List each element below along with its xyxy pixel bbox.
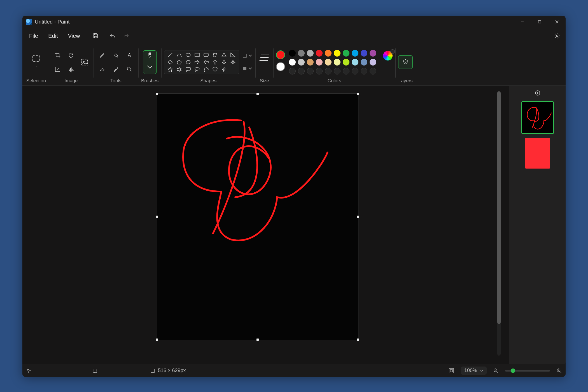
selection-tool[interactable]	[29, 51, 43, 73]
eraser-tool[interactable]	[96, 63, 109, 75]
color-swatch[interactable]	[361, 68, 367, 74]
color-swatch[interactable]	[352, 68, 358, 74]
color-swatch[interactable]	[325, 50, 332, 57]
color-swatch[interactable]	[316, 59, 323, 66]
shape-outline-button[interactable]	[242, 51, 253, 61]
resize-handle[interactable]	[156, 216, 158, 218]
settings-button[interactable]	[550, 30, 564, 41]
edit-colors-button[interactable]	[383, 51, 393, 60]
resize-handle[interactable]	[357, 339, 359, 341]
rotate-button[interactable]	[65, 49, 77, 61]
color-swatch[interactable]	[370, 59, 376, 66]
resize-handle[interactable]	[256, 339, 259, 341]
text-tool[interactable]	[123, 49, 136, 61]
resize-handle[interactable]	[156, 339, 158, 341]
color-swatch[interactable]	[352, 50, 358, 57]
color-swatch[interactable]	[343, 68, 349, 74]
shape-round-rect[interactable]	[203, 52, 209, 58]
shape-5star[interactable]	[167, 67, 173, 72]
color-swatch[interactable]	[289, 50, 296, 57]
color-swatch[interactable]	[370, 68, 376, 74]
shape-arrow-right[interactable]	[194, 59, 200, 65]
shape-hexagon[interactable]	[185, 59, 191, 65]
shape-arrow-up[interactable]	[212, 59, 218, 65]
size-button[interactable]	[258, 50, 270, 74]
shape-callout-round[interactable]	[194, 67, 200, 72]
color-swatch[interactable]	[307, 59, 314, 66]
flip-button[interactable]	[65, 63, 77, 75]
minimize-button[interactable]	[514, 16, 531, 28]
zoom-select[interactable]: 100%	[461, 367, 487, 375]
color-swatch[interactable]	[307, 50, 314, 57]
shape-lightning[interactable]	[221, 67, 227, 72]
color-swatch[interactable]	[307, 68, 314, 74]
color-swatch[interactable]	[298, 68, 305, 74]
color-swatch[interactable]	[298, 50, 305, 57]
color-swatch[interactable]	[325, 68, 332, 74]
color-swatch[interactable]	[325, 59, 332, 66]
color-swatch[interactable]	[352, 59, 358, 66]
shape-arrow-down[interactable]	[221, 59, 227, 65]
color-swatch[interactable]	[316, 50, 323, 57]
shape-callout-rect[interactable]	[185, 67, 191, 72]
save-button[interactable]	[89, 30, 102, 41]
redo-button[interactable]	[119, 30, 133, 41]
layer-thumbnail-1[interactable]	[521, 101, 554, 134]
resize-handle[interactable]	[357, 216, 359, 218]
color-swatch[interactable]	[370, 50, 376, 57]
shape-curve[interactable]	[176, 52, 182, 58]
color-swatch[interactable]	[343, 50, 349, 57]
color-swatch[interactable]	[361, 50, 367, 57]
color-swatch[interactable]	[334, 68, 340, 74]
color-swatch[interactable]	[316, 68, 323, 74]
resize-handle[interactable]	[357, 93, 359, 95]
shape-heart[interactable]	[212, 67, 218, 72]
shape-triangle[interactable]	[221, 52, 227, 58]
shape-polygon[interactable]	[212, 52, 218, 58]
shape-arrow-left[interactable]	[203, 59, 209, 65]
color-swatch[interactable]	[343, 59, 349, 66]
menu-file[interactable]: File	[24, 31, 43, 41]
resize-handle[interactable]	[256, 93, 259, 95]
color-swatch[interactable]	[334, 50, 340, 57]
zoom-slider[interactable]	[505, 370, 550, 372]
shape-callout-cloud[interactable]	[203, 67, 209, 72]
maximize-button[interactable]	[531, 16, 548, 28]
undo-button[interactable]	[106, 30, 119, 41]
color-1[interactable]	[276, 50, 285, 59]
magnifier-tool[interactable]	[123, 63, 136, 75]
shape-rect[interactable]	[194, 52, 200, 58]
color-swatch[interactable]	[334, 59, 340, 66]
crop-button[interactable]	[52, 49, 64, 61]
fill-tool[interactable]	[110, 49, 122, 61]
shape-4star[interactable]	[230, 59, 236, 65]
layers-button[interactable]	[398, 55, 413, 69]
resize-handle[interactable]	[156, 93, 158, 95]
canvas-area[interactable]	[22, 86, 509, 364]
zoom-out-button[interactable]	[493, 368, 498, 373]
color-swatch[interactable]	[361, 59, 367, 66]
shape-right-triangle[interactable]	[230, 52, 236, 58]
color-2[interactable]	[276, 62, 285, 71]
zoom-in-button[interactable]	[557, 368, 562, 373]
color-picker-tool[interactable]	[110, 63, 122, 75]
remove-background-button[interactable]	[78, 49, 91, 75]
close-button[interactable]	[548, 16, 566, 28]
shape-6star[interactable]	[176, 67, 182, 72]
menu-edit[interactable]: Edit	[43, 31, 63, 41]
color-swatch[interactable]	[298, 59, 305, 66]
pencil-tool[interactable]	[96, 49, 109, 61]
shape-pentagon[interactable]	[176, 59, 182, 65]
shape-diamond[interactable]	[167, 59, 173, 65]
shapes-gallery[interactable]	[164, 50, 239, 74]
shape-oval[interactable]	[185, 52, 191, 58]
resize-button[interactable]	[52, 63, 64, 75]
color-swatch[interactable]	[289, 59, 296, 66]
color-swatch[interactable]	[289, 68, 296, 74]
canvas[interactable]	[157, 94, 358, 340]
shape-line[interactable]	[167, 52, 173, 58]
shape-fill-button[interactable]	[242, 64, 253, 74]
fit-to-window-button[interactable]	[449, 368, 454, 374]
brushes-tool[interactable]	[143, 50, 157, 74]
menu-view[interactable]: View	[63, 31, 85, 41]
